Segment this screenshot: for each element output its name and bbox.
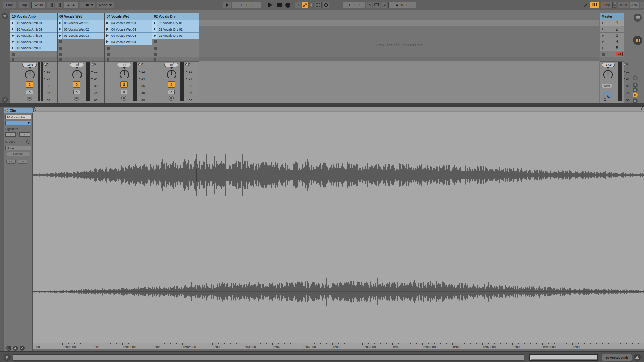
scene-slot[interactable]: 5	[600, 45, 624, 51]
tap-tempo-button[interactable]: Tap	[19, 2, 29, 8]
clip-launch-button[interactable]	[58, 26, 63, 33]
current-clip-chip[interactable]: 10 Vocals Amb	[602, 354, 632, 361]
clip-launch-button[interactable]	[105, 20, 110, 26]
arrangement-position-field[interactable]: 1. 1. 1	[232, 2, 261, 8]
clip-slot[interactable]: 06 Vocals Wet 01	[58, 20, 104, 26]
clip-slot[interactable]: 04 Vocals Wet 02	[105, 26, 152, 33]
clip-launch-button[interactable]	[10, 45, 15, 51]
empty-clip-slot[interactable]	[152, 45, 199, 51]
clip-slot[interactable]: 02 Vocals Dry 03	[152, 33, 199, 39]
track-volume-field[interactable]: -Inf	[164, 63, 178, 67]
track-header-2[interactable]: 06 Vocals Wet	[58, 13, 104, 20]
clip-slot[interactable]: 10 Vocals Amb 05	[10, 45, 57, 51]
preview-play-button[interactable]	[4, 354, 11, 361]
quantize-menu[interactable]: None	[97, 2, 114, 8]
track-header-4[interactable]: 02 Vocals Dry	[152, 13, 199, 20]
volume-fader-handle[interactable]	[90, 62, 94, 66]
mixer-section-toggle-r[interactable]: R	[633, 87, 638, 93]
master-track-header[interactable]: Master	[600, 13, 624, 20]
draw-mode-button[interactable]	[583, 2, 589, 8]
track-header-3[interactable]: 04 Vocals Wet	[105, 13, 152, 20]
draw-pencil-button[interactable]	[20, 346, 25, 351]
track-activator-button[interactable]: 4	[168, 81, 175, 88]
empty-clip-slot[interactable]	[152, 51, 199, 58]
clip-slot[interactable]: 10 Vocals Amb 03	[10, 33, 57, 39]
empty-clip-slot[interactable]	[152, 39, 199, 45]
clip-slot[interactable]: 04 Vocals Wet 03	[105, 33, 152, 39]
drop-zone[interactable]: Drop Files and Devices Here	[199, 13, 599, 103]
stop-button[interactable]	[276, 2, 282, 8]
stop-all-track-clips-button[interactable]	[154, 58, 156, 61]
clip-zoom-widget[interactable]	[529, 354, 598, 361]
track-header-1[interactable]: 10 Vocals Amb	[10, 13, 57, 20]
volume-fader-handle[interactable]	[185, 62, 189, 66]
scene-slot[interactable]: 3	[600, 33, 624, 39]
empty-clip-slot[interactable]	[58, 51, 104, 58]
stop-all-track-clips-button[interactable]	[12, 58, 14, 61]
mixer-section-toggle-m[interactable]: M	[633, 92, 638, 97]
detail-view-chevron-button[interactable]	[634, 354, 641, 361]
commit-button[interactable]: Commit	[6, 152, 31, 156]
track-activator-button[interactable]: 3	[120, 81, 128, 88]
reenable-automation-button[interactable]	[309, 2, 314, 8]
clip-slot[interactable]: 10 Vocals Amb 04	[10, 39, 57, 45]
clip-panel-header[interactable]: Clip	[4, 108, 33, 113]
solo-button[interactable]: S	[168, 90, 175, 94]
clip-launch-button[interactable]	[105, 39, 110, 45]
empty-clip-slot[interactable]	[58, 45, 104, 51]
master-pan-knob[interactable]	[602, 67, 614, 80]
nudge-up-button[interactable]	[55, 2, 62, 8]
nudge-forward-button[interactable]: >>	[18, 160, 27, 164]
clip-slot[interactable]: 04 Vocals Wet 01	[105, 20, 152, 26]
clip-launch-button[interactable]	[152, 33, 157, 39]
mixer-section-toggle-d[interactable]: D	[633, 98, 638, 103]
stop-all-track-clips-button[interactable]	[107, 58, 109, 61]
nudge-down-button[interactable]	[47, 2, 54, 8]
groove-chooser[interactable]: None	[5, 146, 31, 150]
volume-fader-handle[interactable]	[622, 62, 626, 66]
clip-launch-button[interactable]	[10, 20, 15, 26]
tempo-field[interactable]: 62.00	[31, 2, 45, 8]
arm-button[interactable]	[121, 96, 126, 101]
link-button[interactable]: Link	[3, 2, 16, 8]
punch-in-button[interactable]	[366, 2, 372, 8]
stop-all-clips-button[interactable]	[602, 53, 605, 56]
clip-slot[interactable]: 04 Vocals Wet 04	[105, 39, 152, 45]
clip-launch-button[interactable]	[10, 33, 15, 39]
clip-launch-button[interactable]	[105, 33, 110, 39]
scene-slot[interactable]: 1	[600, 20, 624, 26]
clip-launch-button[interactable]	[105, 26, 110, 33]
pan-knob[interactable]	[118, 67, 131, 80]
empty-clip-slot[interactable]	[105, 45, 152, 51]
empty-clip-slot[interactable]	[10, 51, 57, 58]
loop-start-field[interactable]: 3. 1. 1	[343, 2, 365, 8]
time-signature-field[interactable]: 4 / 4	[64, 2, 78, 8]
volume-fader-handle[interactable]	[138, 62, 141, 66]
preview-speaker-button[interactable]	[13, 346, 18, 351]
scene-slot[interactable]: 4	[600, 39, 624, 45]
record-button[interactable]	[285, 2, 291, 8]
clip-slot[interactable]: 06 Vocals Wet 03	[58, 33, 104, 39]
computer-midi-keyboard-button[interactable]	[590, 2, 600, 8]
signature-denominator-field[interactable]: 4	[19, 132, 30, 137]
follow-button[interactable]	[223, 2, 231, 8]
clip-color-chooser[interactable]	[5, 121, 31, 125]
clip-slot[interactable]: 10 Vocals Amb 01	[10, 20, 57, 26]
mixer-section-toggle-io[interactable]: IO	[633, 75, 638, 80]
midi-map-button[interactable]: MIDI	[618, 2, 629, 8]
track-activator-button[interactable]: 1	[26, 81, 33, 88]
capture-midi-button[interactable]	[315, 2, 322, 8]
pan-knob[interactable]	[23, 67, 36, 80]
sample-display[interactable]	[33, 107, 644, 343]
master-solo-button[interactable]: Solo	[602, 84, 612, 88]
time-ruler[interactable]: 0:000:00:5000:010:01:5000:020:02:5000:03…	[33, 343, 644, 349]
track-activator-button[interactable]: 2	[73, 81, 80, 88]
track-volume-field[interactable]: -Inf	[117, 63, 131, 67]
empty-clip-slot[interactable]	[58, 39, 104, 45]
clip-launch-button[interactable]	[10, 26, 15, 33]
stop-all-track-clips-button[interactable]	[59, 58, 62, 61]
volume-fader-handle[interactable]	[43, 62, 47, 66]
cue-volume-knob[interactable]	[602, 91, 612, 101]
key-map-button[interactable]: Key	[601, 2, 613, 8]
signature-numerator-field[interactable]: 4	[5, 132, 16, 137]
